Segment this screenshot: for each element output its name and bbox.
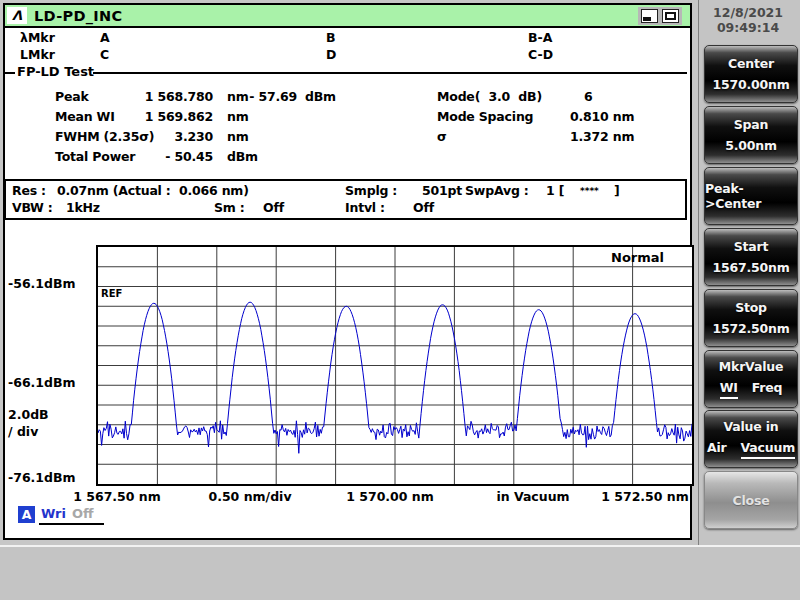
mode-count-label: Mode( 3.0 dB) — [437, 89, 542, 104]
softkey-option-freq: Freq — [752, 380, 783, 399]
softkey-option-vacuum: Vacuum — [741, 440, 795, 459]
softkey-label: Center — [728, 56, 774, 71]
softkey-span-button[interactable]: Span5.00nm — [704, 106, 798, 164]
softkey-mkr-value-button[interactable]: MkrValueWIFreq — [704, 350, 798, 408]
softkey-value: 5.00nm — [725, 138, 777, 153]
softkey-start-button[interactable]: Start1567.50nm — [704, 228, 798, 286]
marker-c-label: C — [100, 47, 109, 62]
mean-wl-unit: nm — [227, 109, 249, 124]
swpavg-value-pre: 1 [ — [546, 183, 564, 198]
softkey-options: WIFreq — [720, 380, 783, 399]
swpavg-label: SwpAvg : — [465, 183, 529, 198]
y-scale-label: 2.0dB — [8, 407, 49, 422]
softkey-label: Value in — [723, 419, 778, 434]
softkey-value: 1570.00nm — [712, 77, 789, 92]
sm-label: Sm : — [214, 200, 245, 215]
swpavg-stars: **** — [580, 186, 599, 196]
window-controls — [638, 7, 682, 25]
softkey-option-wi: WI — [720, 380, 738, 399]
sigma-label: σ — [437, 129, 447, 144]
vbw-label: VBW : — [12, 200, 53, 215]
softkey-stop-button[interactable]: Stop1572.50nm — [704, 289, 798, 347]
anritsu-logo-icon: Λ — [7, 7, 27, 24]
x-axis-stop-label: 1 572.50 nm — [601, 489, 689, 504]
marker-b-label: B — [326, 30, 336, 45]
y-scale-unit-label: / div — [8, 424, 38, 439]
minimize-icon[interactable] — [641, 9, 658, 23]
datetime: 12/8/2021 09:49:14 — [700, 5, 796, 35]
ref-level-label: REF — [101, 288, 122, 299]
softkey-value-in-button[interactable]: Value inAirVacuum — [704, 410, 798, 468]
softkey-center-button[interactable]: Center1570.00nm — [704, 45, 798, 103]
peak-power-value: - 57.69 — [233, 89, 297, 104]
section-rule-right — [93, 72, 687, 74]
vbw-value: 1kHz — [66, 200, 100, 215]
section-title: FP-LD Test — [17, 64, 94, 79]
marker-b-a-label: B-A — [528, 30, 552, 45]
trace-mode-label: Normal — [611, 250, 664, 265]
softkey-options: AirVacuum — [707, 440, 795, 459]
y-axis-bottom-label: -76.1dBm — [8, 470, 76, 485]
peak-wavelength-value: 1 568.780 — [118, 89, 213, 104]
total-power-unit: dBm — [227, 149, 258, 164]
softkey-value: 1567.50nm — [712, 260, 789, 275]
window-title: LD-PD_INC — [34, 8, 122, 24]
softkey-label: Stop — [735, 300, 767, 315]
level-marker-label: LMkr — [20, 47, 55, 62]
mean-wl-label: Mean WI — [55, 109, 115, 124]
trace-status: A WriOff — [18, 506, 104, 526]
total-power-value: - 50.45 — [118, 149, 213, 164]
swpavg-value-post: ] — [614, 183, 620, 198]
x-axis-div-label: 0.50 nm/div — [208, 489, 291, 504]
softkey-option-air: Air — [707, 440, 727, 459]
x-axis-medium-label: in Vacuum — [496, 489, 569, 504]
x-axis-start-label: 1 567.50 nm — [73, 489, 161, 504]
softkey-peak-to-center-button[interactable]: Peak->Center — [704, 167, 798, 225]
lambda-marker-label: λMkr — [20, 30, 55, 45]
intvl-value: Off — [413, 200, 434, 215]
softkey-label: Peak->Center — [705, 181, 797, 211]
trace-write-status: WriOff — [39, 506, 104, 525]
y-axis-mid-label: -66.1dBm — [8, 375, 76, 390]
peak-power-unit: dBm — [305, 89, 336, 104]
mode-count-value: 6 — [584, 89, 593, 104]
osa-screen: 12/8/2021 09:49:14 Λ LD-PD_INC λMkr A B … — [0, 0, 800, 600]
intvl-label: Intvl : — [345, 200, 385, 215]
trace-off-label: Off — [72, 506, 94, 521]
res-value: 0.07nm (Actual : 0.066 nm) — [57, 183, 249, 198]
y-axis-ref-label: -56.1dBm — [8, 276, 76, 291]
softkey-close-button[interactable]: Close — [704, 471, 798, 529]
maximize-icon[interactable] — [662, 9, 679, 23]
softkey-label: Span — [734, 117, 769, 132]
mode-spacing-value: 0.810 nm — [570, 109, 634, 124]
mean-wl-value: 1 569.862 — [118, 109, 213, 124]
sm-value: Off — [263, 200, 284, 215]
marker-c-d-label: C-D — [528, 47, 553, 62]
sigma-value: 1.372 nm — [570, 129, 634, 144]
smplg-value: 501pt — [422, 183, 462, 198]
trace-plot — [98, 247, 692, 484]
peak-label: Peak — [55, 89, 89, 104]
mode-spacing-label: Mode Spacing — [437, 109, 533, 124]
x-axis-center-label: 1 570.00 nm — [346, 489, 434, 504]
marker-a-label: A — [100, 30, 110, 45]
res-label: Res : — [12, 183, 46, 198]
softkey-label: Close — [733, 493, 770, 508]
title-bar: Λ LD-PD_INC — [5, 5, 690, 28]
menu-bar: Wave-lengthLevelScaleRes/VBW/AvgPeak/Dip… — [0, 545, 800, 600]
smplg-label: Smplg : — [345, 183, 397, 198]
softkey-label: Start — [734, 239, 769, 254]
softkey-label: MkrValue — [719, 359, 783, 374]
date-label: 12/8/2021 — [700, 5, 796, 20]
fwhm-value: 3.230 — [118, 129, 213, 144]
trace-a-badge: A — [18, 506, 35, 523]
softkey-sidebar: Center1570.00nmSpan5.00nmPeak->CenterSta… — [698, 0, 800, 545]
section-rule-left — [5, 72, 15, 74]
time-label: 09:49:14 — [700, 20, 796, 35]
trace-write-label: Wri — [41, 506, 66, 521]
marker-d-label: D — [326, 47, 336, 62]
fwhm-unit: nm — [227, 129, 249, 144]
spectrum-chart: REF Normal — [96, 245, 694, 486]
softkey-value: 1572.50nm — [712, 321, 789, 336]
